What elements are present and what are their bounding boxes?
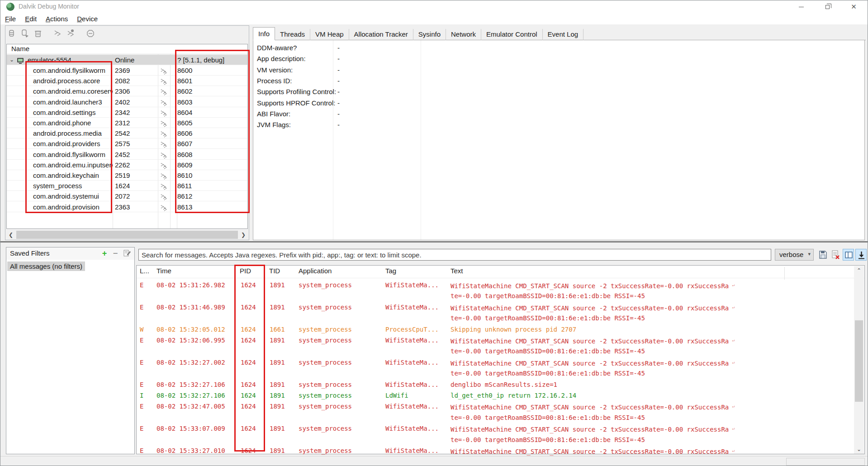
devices-toolbar [7, 29, 97, 41]
process-row[interactable]: com.android.keychain 2519 8610 [7, 170, 247, 181]
scroll-left-icon[interactable]: ❮ [6, 230, 15, 239]
log-level-dropdown[interactable]: verbose ▾ [775, 249, 814, 261]
scroll-up-icon[interactable]: ⌃ [854, 266, 864, 275]
add-filter-icon[interactable]: + [100, 249, 109, 258]
log-text: denglibo mScanResults.size=1 [451, 379, 557, 390]
column-time[interactable]: Time [157, 267, 171, 275]
menu-item-actions[interactable]: Actions [41, 13, 72, 24]
log-row[interactable]: E 08-02 15:33:07.009 1624 1891 system_pr… [137, 423, 851, 434]
log-row[interactable]: E 08-02 15:32:06.995 1624 1891 system_pr… [137, 335, 851, 346]
scroll-right-icon[interactable]: ❯ [239, 230, 248, 239]
log-application: system_process [299, 401, 352, 412]
debug-attach-icon[interactable] [20, 29, 30, 39]
tab-vm-heap[interactable]: VM Heap [310, 29, 349, 41]
process-debug-port: 8601 [177, 76, 192, 86]
log-row[interactable]: te=-0.00 targetRoamBSSID=00:81:6e:e1:db:… [137, 412, 851, 423]
scroll-to-bottom-toggle-icon[interactable] [855, 249, 867, 261]
log-row[interactable]: E 08-02 15:32:47.005 1624 1891 system_pr… [137, 401, 851, 412]
column-level[interactable]: L... [140, 267, 149, 275]
tree-horizontal-scrollbar[interactable]: ❮ ❯ [6, 230, 248, 239]
log-row[interactable]: E 08-02 15:32:27.106 1624 1891 system_pr… [137, 379, 851, 390]
process-row[interactable]: com.android.systemui 2072 8612 [7, 191, 247, 201]
column-tag[interactable]: Tag [385, 267, 396, 275]
process-row[interactable]: com.android.flysilkworm 2369 8600 [7, 65, 247, 76]
process-row[interactable]: com.android.providers 2575 8607 [7, 138, 247, 149]
log-row[interactable]: E 08-02 15:31:46.989 1624 1891 system_pr… [137, 302, 851, 313]
process-row[interactable]: com.android.settings 2342 8604 [7, 107, 247, 118]
tab-info[interactable]: Info [253, 27, 275, 40]
log-row[interactable]: E 08-02 15:31:26.982 1624 1891 system_pr… [137, 280, 851, 290]
clear-log-icon[interactable] [830, 249, 841, 261]
log-row[interactable]: te=-0.00 targetRoamBSSID=00:81:6e:e1:db:… [137, 434, 851, 445]
log-text: te=-0.00 targetRoamBSSID=00:81:6e:e1:db:… [451, 412, 645, 423]
process-row[interactable]: com.android.phone 2312 8605 [7, 118, 247, 128]
debug-process-icon[interactable] [7, 29, 17, 39]
process-row[interactable]: com.android.launcher3 2402 8603 [7, 97, 247, 107]
process-name: com.android.providers [33, 138, 113, 149]
info-field: JVM Flags: - [257, 119, 291, 130]
log-application: system_process [299, 357, 352, 368]
tab-allocation-tracker[interactable]: Allocation Tracker [349, 29, 413, 41]
log-level: E [140, 357, 143, 368]
process-name: com.android.emu.inputservice [33, 160, 113, 170]
remove-filter-icon[interactable]: − [111, 249, 120, 258]
log-row[interactable]: E 08-02 15:32:27.002 1624 1891 system_pr… [137, 357, 851, 368]
chevron-down-icon[interactable]: ⌄ [9, 55, 14, 65]
scroll-down-icon[interactable]: ⌄ [854, 445, 864, 454]
tab-threads[interactable]: Threads [275, 29, 310, 41]
log-row[interactable]: I 08-02 15:32:27.106 1624 1891 system_pr… [137, 390, 851, 401]
tree-header[interactable]: Name [7, 44, 247, 54]
process-row[interactable]: com.android.emu.coreservice 2306 8602 [7, 86, 247, 96]
header-column-divider [784, 267, 785, 280]
split-pane-toggle-icon[interactable] [843, 249, 854, 261]
log-vertical-scrollbar[interactable]: ⌃ ⌄ [854, 266, 864, 454]
tab-event-log[interactable]: Event Log [543, 29, 584, 41]
log-row[interactable]: E 08-02 15:33:27.010 1624 1891 system_pr… [137, 445, 851, 456]
process-row[interactable]: com.android.flysilkworm 2452 8608 [7, 149, 247, 160]
info-field-value: - [337, 65, 340, 76]
saved-filters-panel: Saved Filters + − All messages (no filte… [6, 247, 135, 454]
threads-icon [160, 204, 167, 211]
scrollbar-thumb[interactable] [855, 320, 863, 402]
log-table-header[interactable]: L... Time PID TID Application Tag Text [137, 266, 864, 278]
menu-item-device[interactable]: Device [72, 13, 102, 24]
column-application[interactable]: Application [299, 267, 332, 275]
kill-process-icon[interactable] [33, 29, 43, 39]
title-bar: Dalvik Debug Monitor ✕ [0, 0, 868, 13]
minimize-button[interactable] [791, 0, 811, 13]
info-tab-content: DDM-aware? - App description: - VM versi… [253, 40, 865, 240]
horizontal-splitter[interactable] [0, 241, 868, 243]
process-row[interactable]: com.android.emu.inputservice 2262 8609 [7, 160, 247, 170]
process-pid: 2542 [115, 128, 130, 138]
column-pid[interactable]: PID [240, 267, 251, 275]
tab-network[interactable]: Network [446, 29, 481, 41]
log-application: system_process [299, 423, 352, 434]
update-heap-icon[interactable] [66, 29, 76, 39]
process-row[interactable]: android.process.acore 2082 8601 [7, 76, 247, 86]
process-row[interactable]: com.android.provision 2363 8613 [7, 202, 247, 212]
restore-button[interactable] [817, 0, 838, 13]
filter-list-item[interactable]: All messages (no filters) [7, 262, 85, 271]
scrollbar-thumb[interactable] [16, 231, 238, 239]
log-row[interactable]: te=-0.00 targetRoamBSSID=00:81:6e:e1:db:… [137, 346, 851, 357]
tab-sysinfo[interactable]: Sysinfo [413, 29, 446, 41]
log-level: W [140, 324, 143, 335]
process-row[interactable]: android.process.media 2542 8606 [7, 128, 247, 138]
stop-icon[interactable] [86, 29, 96, 39]
menu-item-file[interactable]: File [0, 13, 20, 24]
close-button[interactable]: ✕ [844, 0, 864, 13]
column-tid[interactable]: TID [269, 267, 280, 275]
tab-emulator-control[interactable]: Emulator Control [481, 29, 543, 41]
column-text[interactable]: Text [451, 267, 463, 275]
update-threads-icon[interactable] [53, 29, 63, 39]
edit-filter-icon[interactable] [123, 249, 132, 258]
menu-item-edit[interactable]: Edit [20, 13, 41, 24]
log-row[interactable]: te=-0.00 targetRoamBSSID=00:81:6e:e1:db:… [137, 368, 851, 379]
log-row[interactable]: te=-0.00 targetRoamBSSID=00:81:6e:e1:db:… [137, 313, 851, 323]
device-row[interactable]: ⌄ emulator-5554 Online ? [5.1.1, debug] [7, 55, 247, 65]
process-row[interactable]: system_process 1624 8611 [7, 181, 247, 191]
save-log-icon[interactable] [817, 249, 829, 261]
search-input[interactable] [138, 249, 771, 261]
log-row[interactable]: te=-0.00 targetRoamBSSID=00:81:6e:e1:db:… [137, 290, 851, 301]
log-row[interactable]: W 08-02 15:32:05.012 1624 1661 system_pr… [137, 324, 851, 335]
